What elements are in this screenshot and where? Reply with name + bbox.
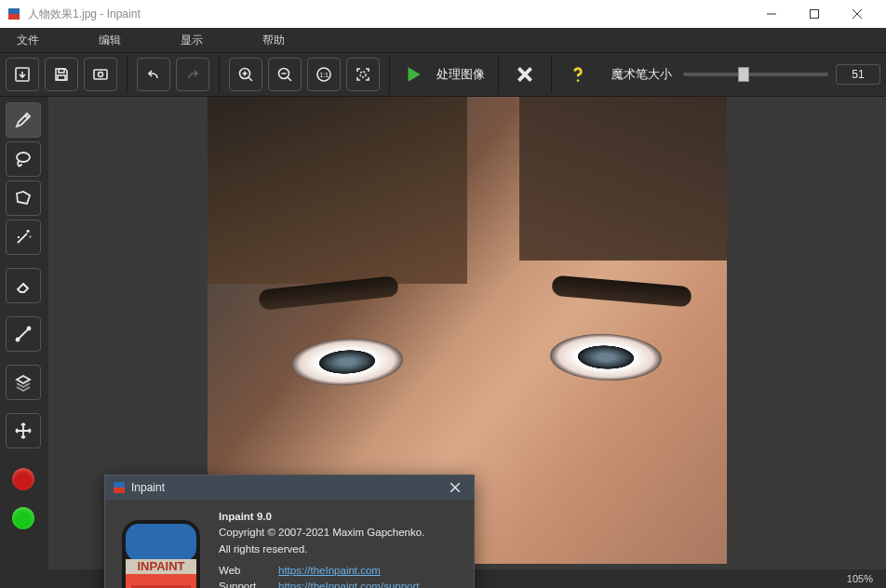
about-support-label: Support <box>219 579 271 588</box>
dialog-app-icon <box>113 481 126 494</box>
about-dialog: Inpaint INPAINT Inpaint 9.0 <box>104 474 475 588</box>
about-web-link[interactable]: https://theInpaint.com <box>278 563 381 579</box>
menu-help[interactable]: 帮助 <box>251 29 296 52</box>
zoom-out-button[interactable] <box>268 58 302 91</box>
about-logo-icon: INPAINT <box>116 513 206 588</box>
zoom-level: 105% <box>847 573 873 584</box>
svg-rect-8 <box>58 75 65 80</box>
magic-wand-tool[interactable] <box>6 220 41 255</box>
marker-tool[interactable] <box>6 102 41 138</box>
process-label: 处理图像 <box>436 66 485 83</box>
dialog-title: Inpaint <box>131 481 444 494</box>
tool-sidebar <box>0 97 48 569</box>
brush-size-slider[interactable] <box>683 73 828 76</box>
svg-rect-20 <box>114 482 125 488</box>
menu-edit[interactable]: 编辑 <box>87 29 132 52</box>
zoom-in-button[interactable] <box>229 58 262 91</box>
lasso-tool[interactable] <box>6 141 41 177</box>
svg-rect-25 <box>126 524 196 561</box>
close-button[interactable] <box>836 0 879 28</box>
undo-button[interactable] <box>137 58 170 91</box>
svg-rect-7 <box>59 69 64 73</box>
menu-view[interactable]: 显示 <box>169 29 214 52</box>
process-button[interactable] <box>399 58 427 91</box>
help-button[interactable] <box>561 58 595 91</box>
svg-rect-9 <box>94 70 107 79</box>
about-web-label: Web <box>219 563 271 579</box>
window-titlebar: 人物效果1.jpg - Inpaint <box>0 0 886 28</box>
main-toolbar: 1:1 处理图像 魔术笔大小 51 <box>0 52 886 97</box>
polygon-tool[interactable] <box>6 180 41 216</box>
redo-button[interactable] <box>176 58 209 91</box>
svg-text:INPAINT: INPAINT <box>137 559 184 573</box>
svg-point-16 <box>577 79 580 82</box>
eraser-tool[interactable] <box>6 268 41 303</box>
zoom-fit-button[interactable] <box>346 58 380 91</box>
move-tool[interactable] <box>6 413 41 448</box>
svg-rect-1 <box>8 14 20 20</box>
svg-text:1:1: 1:1 <box>319 72 329 78</box>
minimize-button[interactable] <box>750 0 793 28</box>
menu-file[interactable]: 文件 <box>6 29 50 52</box>
save-button[interactable] <box>45 58 78 91</box>
selection-mask <box>582 104 719 143</box>
about-product: Inpaint 9.0 <box>219 511 272 522</box>
svg-rect-0 <box>8 8 20 14</box>
batch-button[interactable] <box>84 58 117 91</box>
red-mask-color[interactable] <box>6 461 41 497</box>
maximize-button[interactable] <box>793 0 836 28</box>
dialog-titlebar[interactable]: Inpaint <box>105 475 474 500</box>
dialog-close-button[interactable] <box>444 478 466 497</box>
window-title: 人物效果1.jpg - Inpaint <box>28 7 750 22</box>
slider-thumb[interactable] <box>738 67 749 82</box>
brush-size-label: 魔术笔大小 <box>611 66 672 83</box>
about-copyright: Copyright © 2007-2021 Maxim Gapchenko. <box>219 525 437 541</box>
clear-mask-button[interactable] <box>508 58 542 91</box>
app-icon <box>7 7 20 20</box>
donor-tool[interactable] <box>6 365 41 400</box>
about-support-link[interactable]: https://theInpaint.com/support <box>278 579 420 588</box>
svg-point-15 <box>360 72 366 77</box>
about-rights: All rights reserved. <box>219 541 437 557</box>
svg-point-17 <box>17 153 30 162</box>
green-mask-color[interactable] <box>6 501 41 536</box>
svg-rect-3 <box>811 10 819 19</box>
svg-rect-21 <box>114 488 125 493</box>
zoom-actual-button[interactable]: 1:1 <box>307 58 341 91</box>
brush-size-value[interactable]: 51 <box>836 64 880 85</box>
open-button[interactable] <box>6 58 39 91</box>
menu-bar: 文件 编辑 显示 帮助 <box>0 28 886 52</box>
line-tool[interactable] <box>6 316 41 352</box>
svg-point-10 <box>99 73 103 77</box>
canvas-area[interactable]: Inpaint INPAINT Inpaint 9.0 <box>48 97 886 569</box>
